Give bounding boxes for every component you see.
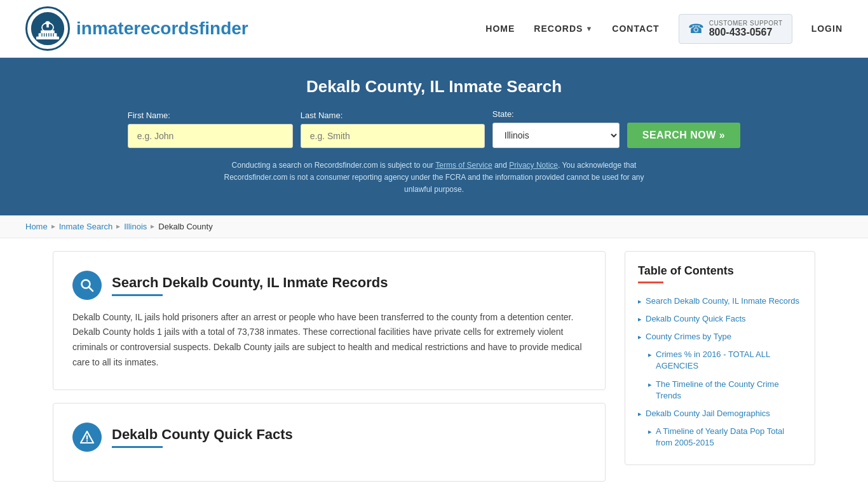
svg-point-17 <box>86 440 88 442</box>
search-section-icon <box>72 271 102 300</box>
svg-point-0 <box>32 13 64 44</box>
first-name-group: First Name: <box>128 111 293 148</box>
breadcrumb-home[interactable]: Home <box>25 222 48 231</box>
sidebar: Table of Contents ▸ Search Dekalb County… <box>625 251 815 466</box>
toc-item-3[interactable]: ▸ Crimes % in 2016 - TOTAL ALL AGENCIES <box>638 346 802 375</box>
breadcrumb-sep-3: ▸ <box>151 222 154 231</box>
toc-chevron-3: ▸ <box>648 350 652 360</box>
state-select[interactable]: Illinois <box>492 123 620 148</box>
toc-label-0: Search Dekalb County, IL Inmate Records <box>646 295 799 307</box>
logo-text-light: inmaterecords <box>76 18 199 38</box>
search-section-header: Search Dekalb County, IL Inmate Records <box>72 271 586 300</box>
quick-facts-title: Dekalb County Quick Facts <box>112 426 293 443</box>
logo-area: inmaterecordsfinder <box>25 6 248 51</box>
support-text: CUSTOMER SUPPORT 800-433-0567 <box>709 20 783 38</box>
toc-item-2[interactable]: ▸ County Crimes by Type <box>638 328 802 346</box>
first-name-label: First Name: <box>128 111 293 120</box>
nav-login[interactable]: LOGIN <box>811 24 843 34</box>
toc-label-3: Crimes % in 2016 - TOTAL ALL AGENCIES <box>656 349 802 372</box>
breadcrumb-inmate-search[interactable]: Inmate Search <box>59 222 113 231</box>
toc-chevron-1: ▸ <box>638 315 642 324</box>
terms-link[interactable]: Terms of Service <box>435 161 492 170</box>
chevron-down-icon: ▼ <box>585 25 593 32</box>
content-area: Search Dekalb County, IL Inmate Records … <box>53 251 606 488</box>
toc-divider <box>638 281 663 283</box>
state-group: State: Illinois <box>492 109 620 148</box>
toc-label-2: County Crimes by Type <box>646 331 731 342</box>
main-container: Search Dekalb County, IL Inmate Records … <box>27 251 841 488</box>
toc-item-1[interactable]: ▸ Dekalb County Quick Facts <box>638 310 802 328</box>
toc-label-4: The Timeline of the County Crime Trends <box>656 379 802 402</box>
privacy-link[interactable]: Privacy Notice <box>509 161 558 170</box>
support-box: ☎ CUSTOMER SUPPORT 800-433-0567 <box>679 14 792 44</box>
last-name-label: Last Name: <box>301 111 485 120</box>
logo-icon <box>25 6 70 51</box>
toc-item-5[interactable]: ▸ Dekalb County Jail Demographics <box>638 405 802 423</box>
toc-box: Table of Contents ▸ Search Dekalb County… <box>625 251 815 466</box>
logo-text-bold: finder <box>199 18 248 38</box>
svg-rect-2 <box>39 33 57 37</box>
search-section: Search Dekalb County, IL Inmate Records … <box>53 251 606 390</box>
search-section-title: Search Dekalb County, IL Inmate Records <box>112 274 388 291</box>
toc-item-4[interactable]: ▸ The Timeline of the County Crime Trend… <box>638 376 802 405</box>
search-section-title-area: Search Dekalb County, IL Inmate Records <box>112 274 388 296</box>
toc-chevron-4: ▸ <box>648 380 652 390</box>
quick-facts-title-area: Dekalb County Quick Facts <box>112 426 293 448</box>
nav-contact[interactable]: CONTACT <box>612 24 659 34</box>
quick-facts-header: Dekalb County Quick Facts <box>72 423 586 452</box>
quick-facts-section: Dekalb County Quick Facts <box>53 403 606 482</box>
toc-title: Table of Contents <box>638 264 802 278</box>
toc-item-6[interactable]: ▸ A Timeline of Yearly Data Pop Total fr… <box>638 423 802 452</box>
toc-chevron-2: ▸ <box>638 332 642 342</box>
svg-line-14 <box>89 287 93 291</box>
site-header: inmaterecordsfinder HOME RECORDS ▼ CONTA… <box>0 0 868 58</box>
main-nav: HOME RECORDS ▼ CONTACT ☎ CUSTOMER SUPPOR… <box>485 14 843 44</box>
breadcrumb-illinois[interactable]: Illinois <box>124 222 147 231</box>
toc-label-6: A Timeline of Yearly Data Pop Total from… <box>656 426 802 449</box>
breadcrumb-sep-2: ▸ <box>116 222 120 231</box>
support-label: CUSTOMER SUPPORT <box>709 20 783 27</box>
search-section-body: Dekalb County, IL jails hold prisoners a… <box>72 310 586 370</box>
toc-label-5: Dekalb County Jail Demographics <box>646 408 770 419</box>
nav-home[interactable]: HOME <box>485 24 515 34</box>
hero-banner: Dekalb County, IL Inmate Search First Na… <box>0 58 868 215</box>
breadcrumb: Home ▸ Inmate Search ▸ Illinois ▸ Dekalb… <box>0 215 868 238</box>
phone-icon: ☎ <box>688 21 704 36</box>
last-name-group: Last Name: <box>301 111 485 148</box>
quick-facts-title-underline <box>112 446 163 448</box>
search-button[interactable]: SEARCH NOW » <box>627 123 740 148</box>
search-form: First Name: Last Name: State: Illinois S… <box>25 109 843 148</box>
nav-records[interactable]: RECORDS ▼ <box>534 24 593 34</box>
toc-item-0[interactable]: ▸ Search Dekalb County, IL Inmate Record… <box>638 292 802 310</box>
state-label: State: <box>492 109 620 119</box>
toc-chevron-5: ▸ <box>638 409 642 419</box>
first-name-input[interactable] <box>128 124 293 148</box>
hero-title: Dekalb County, IL Inmate Search <box>25 77 843 97</box>
toc-chevron-0: ▸ <box>638 297 642 306</box>
nav-records-label: RECORDS <box>534 24 583 34</box>
breadcrumb-sep-1: ▸ <box>51 222 55 231</box>
svg-point-6 <box>45 21 50 24</box>
last-name-input[interactable] <box>301 124 485 148</box>
quick-facts-icon <box>72 423 102 452</box>
breadcrumb-current: Dekalb County <box>158 222 212 231</box>
toc-chevron-6: ▸ <box>648 427 652 437</box>
search-title-underline <box>112 294 163 296</box>
support-number: 800-433-0567 <box>709 27 783 38</box>
toc-label-1: Dekalb County Quick Facts <box>646 313 746 325</box>
logo-text: inmaterecordsfinder <box>76 18 248 39</box>
hero-disclaimer: Conducting a search on Recordsfinder.com… <box>212 159 656 196</box>
